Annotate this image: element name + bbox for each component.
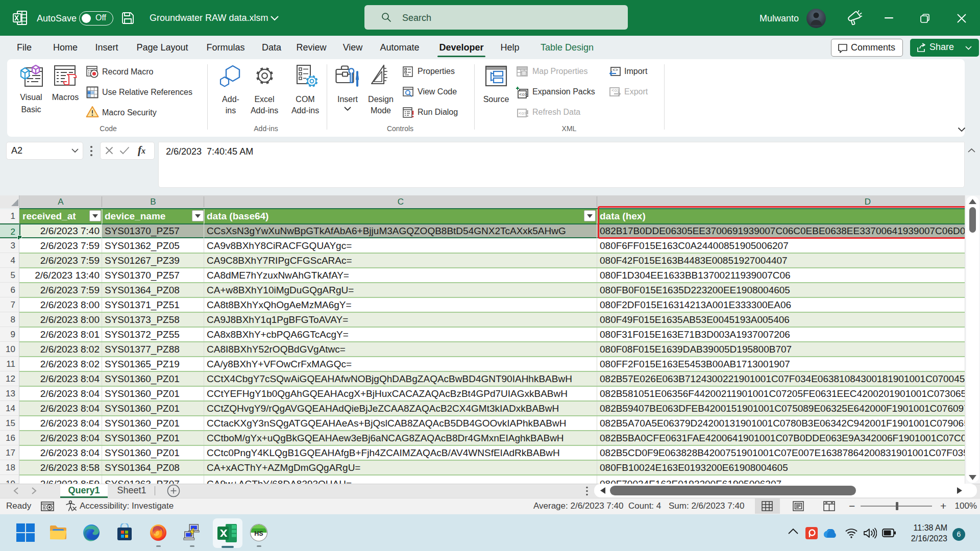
svg-text:<>: <> (612, 68, 618, 73)
svg-text:HS: HS (254, 530, 263, 537)
svg-text:<o>: <o> (519, 92, 527, 97)
svg-text:<o>: <o> (519, 111, 527, 116)
